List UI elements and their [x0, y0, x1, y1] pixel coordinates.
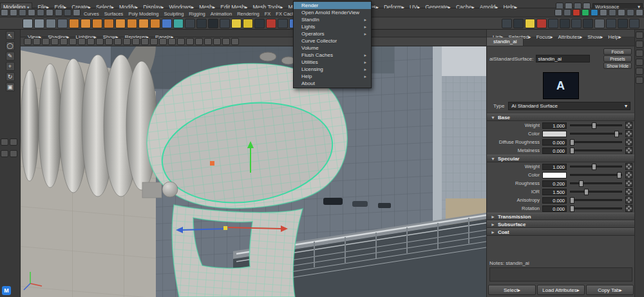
toolbar-icon[interactable]	[564, 9, 571, 16]
toolbar-icon[interactable]	[46, 19, 56, 28]
presets-button[interactable]: Presets	[603, 55, 632, 62]
attr-slider[interactable]	[570, 199, 622, 201]
menu-option[interactable]: Render	[294, 2, 371, 9]
toolbar-icon[interactable]	[127, 19, 137, 28]
menu-option[interactable]: Help▸	[294, 73, 371, 80]
toolbar-icon[interactable]	[548, 19, 558, 28]
slider-handle[interactable]	[570, 148, 574, 154]
attr-slider[interactable]	[570, 174, 622, 176]
ae-footer-button[interactable]: Load Attributes▸	[537, 285, 585, 295]
toolbar-icon[interactable]	[636, 59, 643, 66]
toolbar-icon[interactable]	[168, 38, 176, 45]
toolbar-icon[interactable]	[636, 77, 643, 84]
texture-map-button[interactable]	[625, 171, 632, 178]
ae-tab[interactable]: standin_ai	[487, 37, 524, 46]
toolbar-icon[interactable]	[10, 150, 17, 157]
toolbar-icon[interactable]	[51, 38, 59, 45]
texture-map-button[interactable]	[625, 205, 632, 212]
toolbar-icon[interactable]	[114, 38, 122, 45]
ae-footer-button[interactable]: Select▸	[488, 285, 536, 295]
attr-slider[interactable]	[570, 141, 622, 143]
toolbar-icon[interactable]	[115, 19, 126, 28]
arnold-material-swatch[interactable]: A	[543, 72, 579, 99]
slider-handle[interactable]	[570, 139, 574, 146]
toolbar-icon[interactable]	[46, 9, 53, 16]
toolbar-icon[interactable]	[64, 9, 71, 16]
toolbar-icon[interactable]	[591, 9, 598, 16]
toolbar-icon[interactable]	[19, 9, 26, 16]
toolbar-icon[interactable]	[69, 38, 77, 45]
toolbar-icon[interactable]	[34, 19, 44, 28]
color-swatch[interactable]	[542, 131, 567, 137]
toolbar-icon[interactable]	[583, 19, 593, 28]
toolbar-icon[interactable]	[627, 9, 634, 16]
slider-handle[interactable]	[570, 206, 574, 212]
texture-map-button[interactable]	[625, 147, 632, 154]
attr-slider[interactable]	[570, 166, 622, 168]
attr-slider[interactable]	[570, 182, 622, 184]
toolbar-icon[interactable]	[231, 19, 242, 28]
attr-slider[interactable]	[570, 207, 622, 209]
toolbar-icon[interactable]	[10, 139, 17, 146]
attr-value-field[interactable]: 1.000	[542, 122, 567, 129]
ae-menu-item[interactable]: Help▸	[605, 34, 623, 41]
section-header-specular[interactable]: ▼Specular	[487, 155, 634, 162]
menu-option[interactable]: Volume	[294, 44, 371, 52]
toolbar-icon[interactable]	[208, 19, 218, 28]
slider-handle[interactable]	[579, 180, 583, 187]
toolbar-icon[interactable]	[69, 19, 79, 28]
node-name-field[interactable]: standin_ai	[536, 55, 590, 62]
toolbar-icon[interactable]	[600, 9, 607, 16]
section-header-transmission[interactable]: ►Transmission	[487, 213, 634, 220]
texture-map-button[interactable]	[625, 122, 632, 129]
toolbar-icon[interactable]	[105, 38, 113, 45]
toolbar-icon[interactable]	[636, 50, 643, 57]
section-header-subsurface[interactable]: ►Subsurface	[487, 220, 634, 228]
toolbar-icon[interactable]	[159, 38, 167, 45]
slider-handle[interactable]	[570, 197, 574, 204]
toolbar-icon[interactable]	[254, 19, 265, 28]
section-header-coat[interactable]: ►Coat	[487, 228, 634, 236]
toolbar-icon[interactable]	[1, 9, 8, 16]
toolbar-icon[interactable]	[636, 32, 643, 39]
attr-value-field[interactable]: 1.500	[542, 189, 567, 195]
rotate-tool-icon[interactable]: ↻	[6, 72, 15, 81]
toolbar-icon[interactable]	[96, 38, 104, 45]
toolbar-icon[interactable]	[123, 38, 131, 45]
toolbar-icon[interactable]	[525, 19, 535, 28]
toolbar-icon[interactable]	[23, 19, 33, 28]
type-dropdown[interactable]: Ai Standard Surface ▾	[508, 102, 630, 110]
toolbar-icon[interactable]	[78, 38, 86, 45]
toolbar-icon[interactable]	[220, 19, 230, 28]
toolbar-icon[interactable]	[606, 19, 616, 28]
toolbar-icon[interactable]	[186, 38, 194, 45]
toolbar-icon[interactable]	[222, 38, 230, 45]
toolbar-icon[interactable]	[150, 19, 160, 28]
attr-value-field[interactable]: 0.000	[542, 139, 567, 146]
toolbar-icon[interactable]	[266, 19, 276, 28]
toolbar-icon[interactable]	[80, 19, 91, 28]
toolbar-icon[interactable]	[141, 38, 149, 45]
toolbar-icon[interactable]	[150, 38, 158, 45]
ae-menu-item[interactable]: Attributes▸	[555, 34, 585, 41]
scale-tool-icon[interactable]: ▣	[6, 82, 15, 91]
ae-menu-item[interactable]: Show▸	[585, 34, 605, 41]
attr-value-field[interactable]: 0.000	[542, 197, 567, 204]
toolbar-icon[interactable]	[173, 19, 184, 28]
toolbar-icon[interactable]	[618, 19, 628, 28]
menu-option[interactable]: Licensing▸	[294, 66, 371, 73]
section-header-base[interactable]: ▼Base	[487, 113, 634, 121]
toolbar-icon[interactable]	[37, 9, 44, 16]
texture-map-button[interactable]	[625, 196, 632, 204]
toolbar-icon[interactable]	[571, 19, 582, 28]
toolbar-icon[interactable]	[92, 19, 102, 28]
select-tool-icon[interactable]: ↖	[6, 31, 15, 40]
toolbar-icon[interactable]	[73, 9, 80, 16]
viewport-canvas[interactable]	[21, 46, 486, 297]
toolbar-icon[interactable]	[594, 19, 605, 28]
attr-slider[interactable]	[570, 124, 622, 126]
menu-option[interactable]: Flush Caches▸	[294, 52, 371, 59]
slider-handle[interactable]	[617, 172, 621, 178]
toolbar-icon[interactable]	[195, 38, 203, 45]
toolbar-icon[interactable]	[213, 38, 221, 45]
